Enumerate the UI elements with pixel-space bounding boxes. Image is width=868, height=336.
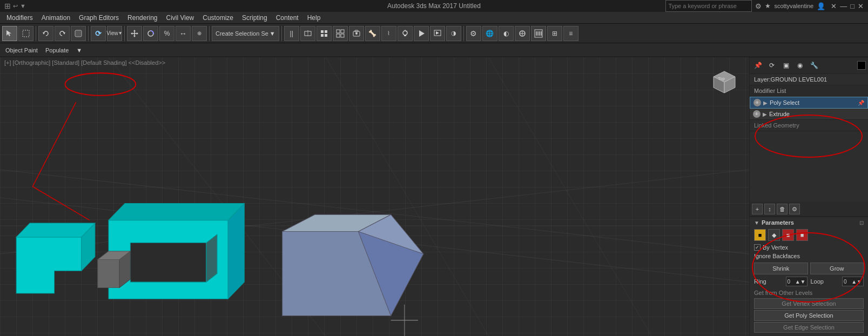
array-btn[interactable] [333,26,348,41]
close-icon[interactable]: ✕ [858,2,864,10]
by-vertex-checkbox[interactable] [754,244,761,251]
utilities-icon[interactable]: 🔧 [808,59,820,71]
face-sel-btn[interactable]: ■ [782,229,794,241]
menu-item-rendering[interactable]: Rendering [123,12,162,23]
minimize-icon[interactable]: — [840,2,847,10]
hierarchy-icon[interactable]: ▣ [780,59,792,71]
select-filter-btn[interactable] [71,26,86,41]
pin-icon[interactable]: 📌 [752,59,764,71]
toolbar-sep-4 [209,26,210,41]
align-btn[interactable] [300,26,315,41]
search-icon[interactable]: ⚙ [755,2,762,10]
loop-spinner[interactable]: 0▲▼ [842,277,864,286]
create-selection-btn[interactable]: Create Selection Se ▼ [212,26,279,41]
move-modifier-btn[interactable]: ↕ [764,204,775,214]
modifier-list-header: Modifier List [750,85,868,97]
bone-btn[interactable]: 🦴 [365,26,380,41]
material-editor-btn[interactable]: ◐ [499,26,514,41]
modifier-extrude[interactable]: 👁 ▶ Extrude [750,109,868,120]
params-expand-icon[interactable]: ⊡ [859,220,864,226]
params-header: ▼ Parameters ⊡ [754,219,864,226]
vertex-sel-btn[interactable]: ■ [754,229,766,241]
user-label: scottyvalentine [774,3,813,9]
color-swatch[interactable] [857,61,866,70]
grid-btn[interactable] [317,26,332,41]
add-modifier-btn[interactable]: + [752,204,763,214]
pivot-btn[interactable]: ⊕ [192,26,207,41]
user-icon: 👤 [817,2,825,10]
create-sel-arrow: ▼ [270,30,275,37]
animation-btn[interactable] [531,26,546,41]
menu-item-graph-editors[interactable]: Graph Editors [75,12,123,23]
light-lister-btn[interactable] [398,26,413,41]
view-dropdown-btn[interactable]: View ▼ [107,26,122,41]
modifier-poly-select[interactable]: 👁 ▶ Poly Select 📌 [750,97,868,109]
maximize-icon[interactable]: □ [850,2,854,10]
edge-sel-btn[interactable]: ◆ [768,229,780,241]
delete-modifier-btn[interactable]: 🗑 [777,204,788,214]
element-sel-btn[interactable]: ■ [796,229,808,241]
select-tool-btn[interactable] [2,26,17,41]
extra-btn2[interactable]: ≡ [563,26,578,41]
extra-btn1[interactable]: ⊞ [547,26,562,41]
redo-btn[interactable] [55,26,70,41]
sidebar: 📌 ⟳ ▣ ◉ 🔧 Layer:GROUND LEVEL001 Modifier… [749,57,868,336]
menu-item-customize[interactable]: Customize [198,12,238,23]
menu-item-scripting[interactable]: Scripting [238,12,272,23]
shrink-btn[interactable]: Shrink [754,263,808,274]
get-vertex-sel-btn[interactable]: Get Vertex Selection [754,298,864,309]
svg-marker-32 [436,31,439,35]
menu-item-help[interactable]: Help [303,12,325,23]
extrude-eye[interactable]: 👁 [753,110,761,118]
transform-btn[interactable]: ↔ [176,26,191,41]
grow-btn[interactable]: Grow [810,263,864,274]
settings-btn[interactable]: ⚙ [466,26,481,41]
object-paint-btn[interactable]: Object Paint [2,46,41,55]
toolbar-sep-2 [88,26,89,41]
rotate-btn[interactable] [143,26,158,41]
search-input[interactable] [665,0,752,12]
svg-line-66 [32,186,90,220]
extrude-name: Extrude [769,111,865,117]
display-icon[interactable]: ◉ [794,59,806,71]
menu-item-modifiers[interactable]: Modifiers [2,12,37,23]
tools-btn[interactable] [515,26,530,41]
undo-btn[interactable] [38,26,53,41]
activeshade-btn[interactable]: ◑ [446,26,461,41]
menu-item-civil-view[interactable]: Civil View [162,12,198,23]
svg-marker-2 [43,32,45,35]
render-setup-btn[interactable] [414,26,429,41]
menu-item-animation[interactable]: Animation [37,12,75,23]
get-edge-sel-btn[interactable]: Get Edge Selection [754,322,864,333]
render-btn[interactable] [430,26,445,41]
get-from-label: Get from Other Levels [754,290,812,296]
params-collapse-arrow[interactable]: ▼ [754,220,759,226]
params-title: Parameters [762,219,794,226]
svg-marker-48 [16,237,82,293]
poly-select-eye[interactable]: 👁 [753,99,761,106]
move-btn[interactable] [127,26,142,41]
rotate-icon-btn[interactable]: ⟳ [91,26,106,41]
shrink-grow-row: Shrink Grow [754,263,864,274]
svg-rect-27 [404,35,406,36]
region-select-btn[interactable] [18,26,33,41]
viewport[interactable]: [+] [Orthographic] [Standard] [Default S… [0,57,749,336]
scale-btn[interactable]: % [159,26,174,41]
get-poly-sel-btn[interactable]: Get Poly Selection [754,310,864,321]
menu-item-content[interactable]: Content [272,12,303,23]
loop-label: Loop [811,278,842,285]
get-vertex-label: Get Vertex Selection [782,300,836,307]
toolbar-sep-1 [36,26,36,41]
svg-marker-9 [131,32,132,35]
modifier-settings-btn[interactable]: ⚙ [789,204,800,214]
close-x-icon[interactable]: ✕ [831,2,837,10]
environment-btn[interactable]: 🌐 [482,26,497,41]
ring-spinner[interactable]: 0▲▼ [786,277,808,286]
curve-editor-btn[interactable]: ⌇ [381,26,396,41]
mirror-btn[interactable]: || [284,26,299,41]
motion-icon[interactable]: ⟳ [766,59,778,71]
capture-btn[interactable] [349,26,364,41]
populate-btn[interactable]: Populate [42,46,72,55]
title-bar-left: ⊞ ↩ ▼ [4,2,26,10]
populate-arrow-btn[interactable]: ▼ [73,46,85,55]
